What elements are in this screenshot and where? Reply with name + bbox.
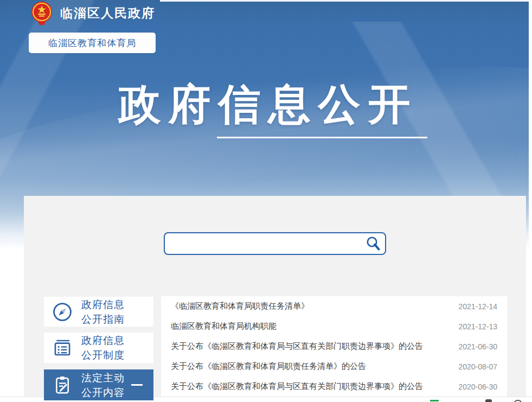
clipboard-pen-icon bbox=[51, 374, 74, 397]
sidebar-item-label: 公开制度 bbox=[81, 348, 125, 362]
article-list: 《临淄区教育和体育局职责任务清单》 2021-12-14 临淄区教育和体育局机构… bbox=[161, 296, 507, 397]
article-date: 2021-12-14 bbox=[458, 302, 497, 311]
sidebar-item-statutory[interactable]: 法定主动 公开内容 bbox=[44, 369, 153, 400]
article-title[interactable]: 关于公布《临淄区教育和体育局与区直有关部门职责边界事项》的公告 bbox=[171, 341, 447, 352]
article-title[interactable]: 关于公布《临淄区教育和体育局与区直有关部门职责边界事项》的公告 bbox=[171, 381, 447, 392]
sidebar-item-rules[interactable]: 政府信息 公开制度 bbox=[44, 333, 153, 363]
header-brand[interactable]: 临淄区人民政府 bbox=[30, 1, 155, 25]
national-emblem-icon bbox=[30, 1, 54, 25]
sidebar-item-label: 政府信息 bbox=[81, 333, 125, 348]
page: 临淄区人民政府 临淄区教育和体育局 政府信息公开 政府信息 公开 bbox=[0, 0, 532, 402]
search-input[interactable] bbox=[165, 233, 363, 254]
top-edge-strip bbox=[160, 0, 532, 2]
department-button[interactable]: 临淄区教育和体育局 bbox=[29, 33, 156, 53]
title-underline bbox=[217, 137, 427, 138]
sidebar-item-label: 公开内容 bbox=[81, 385, 125, 400]
footer-dark-icon bbox=[485, 399, 492, 402]
sidebar-item-label: 公开指南 bbox=[81, 312, 125, 327]
sidebar-item-label: 法定主动 bbox=[81, 371, 125, 385]
footer-arc-icon bbox=[514, 400, 522, 402]
article-title[interactable]: 关于公布《临淄区教育和体育局职责任务清单》的公告 bbox=[171, 361, 447, 372]
article-title[interactable]: 临淄区教育和体育局机构职能 bbox=[171, 321, 447, 331]
list-item[interactable]: 关于公布《临淄区教育和体育局与区直有关部门职责边界事项》的公告 2020-06-… bbox=[161, 377, 507, 397]
page-title: 政府信息公开 bbox=[0, 81, 529, 128]
search-button[interactable] bbox=[363, 234, 383, 253]
search-box bbox=[164, 232, 386, 255]
article-date: 2021-06-30 bbox=[458, 342, 497, 351]
search-magnifier-icon bbox=[365, 235, 381, 252]
article-date: 2020-08-07 bbox=[458, 362, 497, 371]
list-item[interactable]: 关于公布《临淄区教育和体育局与区直有关部门职责边界事项》的公告 2021-06-… bbox=[161, 336, 507, 356]
article-title[interactable]: 《临淄区教育和体育局职责任务清单》 bbox=[171, 301, 447, 311]
list-item[interactable]: 关于公布《临淄区教育和体育局职责任务清单》的公告 2020-08-07 bbox=[161, 356, 507, 377]
article-date: 2021-12-13 bbox=[458, 322, 497, 331]
department-button-label: 临淄区教育和体育局 bbox=[48, 37, 136, 49]
site-name: 临淄区人民政府 bbox=[60, 5, 155, 22]
list-item[interactable]: 临淄区教育和体育局机构职能 2021-12-13 bbox=[161, 316, 507, 336]
minus-icon[interactable] bbox=[131, 384, 143, 386]
sidebar-item-label: 政府信息 bbox=[81, 297, 125, 312]
compass-icon bbox=[51, 301, 74, 323]
rules-book-icon bbox=[51, 336, 74, 359]
list-item[interactable]: 《临淄区教育和体育局职责任务清单》 2021-12-14 bbox=[161, 296, 507, 316]
sidebar-item-guide[interactable]: 政府信息 公开指南 bbox=[44, 297, 153, 327]
footer-green-icon bbox=[430, 400, 439, 401]
article-date: 2020-06-30 bbox=[458, 382, 497, 391]
